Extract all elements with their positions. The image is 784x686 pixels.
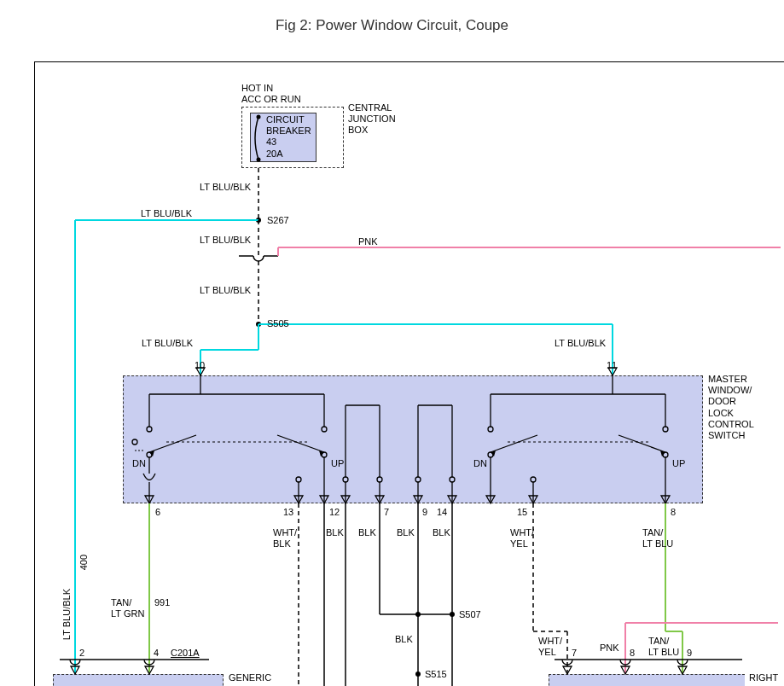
pin11-label: 11 <box>607 360 617 371</box>
pin10-label: 10 <box>195 360 205 371</box>
ltblu-blk-wire-1: LT BLU/BLK <box>200 182 251 193</box>
num-400-label: 400 <box>78 555 90 570</box>
svg-point-0 <box>257 115 261 119</box>
ltblu-blk-wire-5: LT BLU/BLK <box>555 338 606 349</box>
pin8b-label: 8 <box>630 648 635 659</box>
tan-ltgrn-label: TAN/ LT GRN <box>111 597 144 619</box>
dn1-label: DN <box>132 458 146 469</box>
ltblu-blk-wire-2: LT BLU/BLK <box>200 235 251 246</box>
tan-ltblu1-label: TAN/ LT BLU <box>642 527 673 549</box>
svg-point-25 <box>147 452 152 457</box>
ltblu-blk-wire-3: LT BLU/BLK <box>200 285 251 296</box>
dn2-label: DN <box>473 458 487 469</box>
svg-point-1 <box>257 158 261 162</box>
svg-line-43 <box>618 435 665 452</box>
hot-in-label: HOT IN ACC OR RUN <box>241 83 301 105</box>
s515-label: S515 <box>425 669 447 680</box>
ltblu-blk-wire-4: LT BLU/BLK <box>142 338 193 349</box>
blk4-label: BLK <box>433 527 450 538</box>
svg-point-44 <box>663 452 668 457</box>
pin14-label: 14 <box>437 507 447 518</box>
up1-label: UP <box>331 458 344 469</box>
pin9-label: 9 <box>422 507 427 518</box>
pin9b-label: 9 <box>687 648 692 659</box>
pin4b-label: 4 <box>154 648 159 659</box>
pin2b-label: 2 <box>79 648 84 659</box>
svg-line-40 <box>491 435 537 452</box>
blk5-label: BLK <box>395 634 413 645</box>
central-junction-label: CENTRAL JUNCTION BOX <box>348 102 396 137</box>
ltblu-blk-wire-top: LT BLU/BLK <box>141 208 192 219</box>
wht-blk-label: WHT/ BLK <box>273 527 297 549</box>
svg-point-49 <box>343 477 348 482</box>
svg-point-41 <box>488 452 493 457</box>
generic-label: GENERIC <box>229 672 271 683</box>
wht-yel2-label: WHT/ YEL <box>538 636 562 658</box>
c201a-label: C201A <box>171 648 200 659</box>
svg-point-63 <box>531 477 536 482</box>
s507-label: S507 <box>459 609 481 620</box>
svg-point-56 <box>415 477 421 482</box>
pin12-label: 12 <box>329 507 340 518</box>
ltblu-blk-vertical: LT BLU/BLK <box>61 589 73 640</box>
up2-label: UP <box>672 458 685 469</box>
svg-point-23 <box>322 427 327 432</box>
svg-point-53 <box>377 477 382 482</box>
pin6-label: 6 <box>155 507 160 518</box>
s267-label: S267 <box>267 215 289 226</box>
pin7b-label: 7 <box>572 648 577 659</box>
blk3-label: BLK <box>397 527 415 538</box>
svg-point-38 <box>488 427 493 432</box>
blk2-label: BLK <box>358 527 376 538</box>
svg-point-73 <box>450 612 455 617</box>
wht-yel1-label: WHT/ YEL <box>510 527 534 549</box>
svg-point-31 <box>322 452 327 457</box>
pnk-wire-1: PNK <box>358 236 378 247</box>
pin8-label: 8 <box>671 507 676 518</box>
pin15-label: 15 <box>517 507 527 518</box>
pnk2-label: PNK <box>600 642 619 654</box>
svg-point-28 <box>132 439 137 445</box>
tan-ltblu2-label: TAN/ LT BLU <box>648 636 679 658</box>
blk1-label: BLK <box>326 527 344 538</box>
pin13-label: 13 <box>283 507 293 518</box>
circuit-breaker-label: CIRCUIT BREAKER 43 20A <box>266 114 311 160</box>
s505-label: S505 <box>267 318 289 329</box>
svg-point-39 <box>663 427 668 432</box>
right-label: RIGHT <box>749 672 778 683</box>
svg-point-22 <box>147 427 152 432</box>
svg-point-47 <box>296 477 301 482</box>
num-991-label: 991 <box>154 597 170 608</box>
svg-point-60 <box>450 477 455 482</box>
pin7-label: 7 <box>384 507 389 518</box>
svg-line-24 <box>149 435 196 452</box>
svg-line-30 <box>277 435 324 452</box>
master-switch-label: MASTER WINDOW/ DOOR LOCK CONTROL SWITCH <box>708 374 754 441</box>
